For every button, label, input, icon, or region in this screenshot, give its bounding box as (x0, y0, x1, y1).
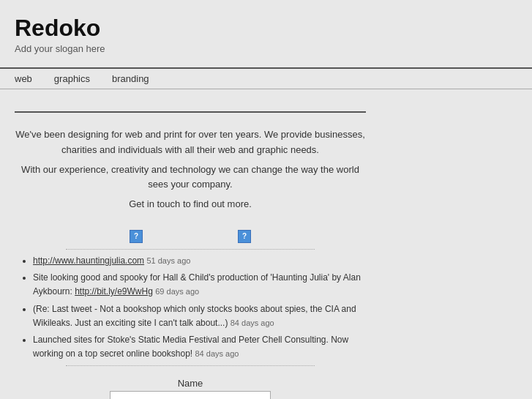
news-text-4: Launched sites for Stoke's Static Media … (33, 335, 348, 359)
name-label: Name (15, 378, 366, 389)
twitter-icon-right[interactable]: ? (238, 230, 251, 243)
site-slogan: Add your slogan here (15, 43, 517, 54)
twitter-icon-left[interactable]: ? (130, 230, 143, 243)
dotted-separator-top (66, 249, 315, 250)
contact-form: Name Email Enquiry (15, 378, 366, 399)
name-input[interactable] (110, 391, 271, 399)
site-title: Redoko (15, 15, 517, 42)
nav-bar: web graphics branding (0, 67, 532, 89)
news-text-2: Site looking good and spooky for Hall & … (33, 272, 361, 297)
name-group: Name (15, 378, 366, 399)
nav-item-graphics[interactable]: graphics (54, 73, 90, 84)
intro-line2: With our experience, creativity and tech… (15, 163, 366, 193)
days-4: 84 days ago (195, 349, 239, 358)
page-wrapper: Redoko Add your slogan here web graphics… (0, 0, 532, 399)
list-item: Site looking good and spooky for Hall & … (33, 271, 366, 299)
dotted-separator-bottom (66, 365, 315, 366)
news-text-1: http://www.hauntingjulia.com 51 days ago (33, 256, 190, 266)
list-item: (Re: Last tweet - Not a bookshop which o… (33, 302, 366, 330)
days-1: 51 days ago (146, 256, 190, 265)
intro-line1: We've been designing for web and print f… (15, 127, 366, 158)
nav-item-branding[interactable]: branding (112, 73, 149, 84)
list-item: http://www.hauntingjulia.com 51 days ago (33, 254, 366, 268)
left-column: We've been designing for web and print f… (15, 120, 366, 399)
nav-item-web[interactable]: web (15, 73, 32, 84)
main-content: We've been designing for web and print f… (0, 113, 532, 399)
intro-cta: Get in touch to find out more. (15, 197, 366, 212)
twitter-icons-row: ? ? (15, 230, 366, 243)
header: Redoko Add your slogan here (0, 0, 532, 61)
intro-section: We've been designing for web and print f… (15, 120, 366, 224)
days-2: 69 days ago (155, 287, 199, 296)
list-item: Launched sites for Stoke's Static Media … (33, 333, 366, 361)
news-list: http://www.hauntingjulia.com 51 days ago… (15, 254, 366, 361)
days-3: 84 days ago (231, 318, 274, 327)
news-text-3: (Re: Last tweet - Not a bookshop which o… (33, 304, 356, 328)
